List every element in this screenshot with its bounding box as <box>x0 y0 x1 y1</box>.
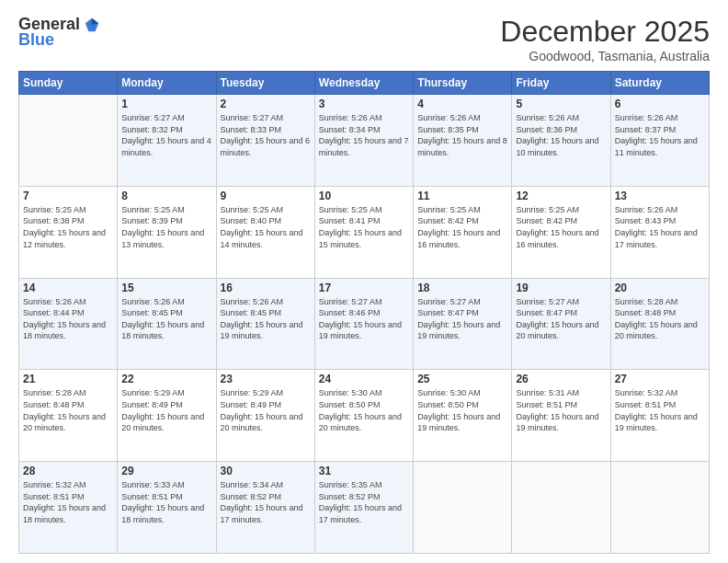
day-number: 23 <box>221 373 311 385</box>
calendar-cell: 4Sunrise: 5:26 AMSunset: 8:35 PMDaylight… <box>414 95 512 187</box>
calendar-week-row: 1Sunrise: 5:27 AMSunset: 8:32 PMDaylight… <box>19 95 710 187</box>
day-info: Sunrise: 5:28 AMSunset: 8:48 PMDaylight:… <box>615 296 705 342</box>
calendar-cell: 15Sunrise: 5:26 AMSunset: 8:45 PMDayligh… <box>118 278 216 370</box>
weekday-header-saturday: Saturday <box>610 72 709 95</box>
day-number: 16 <box>221 282 311 294</box>
day-info: Sunrise: 5:32 AMSunset: 8:51 PMDaylight:… <box>23 479 113 525</box>
calendar-cell: 7Sunrise: 5:25 AMSunset: 8:38 PMDaylight… <box>19 186 118 278</box>
weekday-header-tuesday: Tuesday <box>216 72 314 95</box>
day-number: 24 <box>319 373 409 385</box>
day-info: Sunrise: 5:31 AMSunset: 8:51 PMDaylight:… <box>516 387 606 433</box>
page: General Blue December 2025 Goodwood, Tas… <box>0 0 728 563</box>
day-number: 2 <box>221 98 311 110</box>
day-info: Sunrise: 5:25 AMSunset: 8:42 PMDaylight:… <box>516 204 606 250</box>
calendar-cell: 10Sunrise: 5:25 AMSunset: 8:41 PMDayligh… <box>314 186 413 278</box>
weekday-header-sunday: Sunday <box>19 72 118 95</box>
day-info: Sunrise: 5:26 AMSunset: 8:35 PMDaylight:… <box>417 112 507 158</box>
logo: General Blue <box>18 15 100 50</box>
day-info: Sunrise: 5:34 AMSunset: 8:52 PMDaylight:… <box>221 479 311 525</box>
day-number: 17 <box>319 282 409 294</box>
calendar-cell: 25Sunrise: 5:30 AMSunset: 8:50 PMDayligh… <box>414 370 512 462</box>
day-number: 11 <box>417 190 507 202</box>
calendar-cell: 20Sunrise: 5:28 AMSunset: 8:48 PMDayligh… <box>610 278 709 370</box>
calendar-cell: 13Sunrise: 5:26 AMSunset: 8:43 PMDayligh… <box>610 186 709 278</box>
calendar-cell <box>512 462 610 554</box>
day-info: Sunrise: 5:25 AMSunset: 8:42 PMDaylight:… <box>417 204 507 250</box>
day-number: 30 <box>221 465 311 477</box>
day-number: 28 <box>23 465 113 477</box>
calendar-cell: 14Sunrise: 5:26 AMSunset: 8:44 PMDayligh… <box>19 278 118 370</box>
day-number: 26 <box>516 373 606 385</box>
calendar-cell: 6Sunrise: 5:26 AMSunset: 8:37 PMDaylight… <box>610 95 709 187</box>
calendar-cell: 26Sunrise: 5:31 AMSunset: 8:51 PMDayligh… <box>512 370 610 462</box>
day-info: Sunrise: 5:27 AMSunset: 8:47 PMDaylight:… <box>516 296 606 342</box>
calendar-cell: 12Sunrise: 5:25 AMSunset: 8:42 PMDayligh… <box>512 186 610 278</box>
day-info: Sunrise: 5:25 AMSunset: 8:39 PMDaylight:… <box>121 204 211 250</box>
logo-blue-text: Blue <box>18 30 54 50</box>
day-info: Sunrise: 5:32 AMSunset: 8:51 PMDaylight:… <box>615 387 705 433</box>
calendar-cell: 2Sunrise: 5:27 AMSunset: 8:33 PMDaylight… <box>216 95 314 187</box>
calendar-cell: 8Sunrise: 5:25 AMSunset: 8:39 PMDaylight… <box>118 186 216 278</box>
calendar-cell <box>19 95 118 187</box>
day-number: 10 <box>319 190 409 202</box>
calendar-cell: 21Sunrise: 5:28 AMSunset: 8:48 PMDayligh… <box>19 370 118 462</box>
day-info: Sunrise: 5:27 AMSunset: 8:32 PMDaylight:… <box>121 112 211 158</box>
weekday-header-thursday: Thursday <box>414 72 512 95</box>
calendar-cell: 9Sunrise: 5:25 AMSunset: 8:40 PMDaylight… <box>216 186 314 278</box>
day-number: 14 <box>23 282 113 294</box>
calendar-cell: 28Sunrise: 5:32 AMSunset: 8:51 PMDayligh… <box>19 462 118 554</box>
location-subtitle: Goodwood, Tasmania, Australia <box>500 49 710 63</box>
day-info: Sunrise: 5:27 AMSunset: 8:33 PMDaylight:… <box>221 112 311 158</box>
day-info: Sunrise: 5:35 AMSunset: 8:52 PMDaylight:… <box>319 479 409 525</box>
logo-flag-icon <box>84 17 100 33</box>
day-number: 4 <box>417 98 507 110</box>
day-number: 12 <box>516 190 606 202</box>
calendar-cell: 3Sunrise: 5:26 AMSunset: 8:34 PMDaylight… <box>314 95 413 187</box>
day-info: Sunrise: 5:26 AMSunset: 8:45 PMDaylight:… <box>221 296 311 342</box>
calendar-cell <box>414 462 512 554</box>
day-info: Sunrise: 5:30 AMSunset: 8:50 PMDaylight:… <box>417 387 507 433</box>
day-number: 1 <box>121 98 211 110</box>
calendar-cell: 24Sunrise: 5:30 AMSunset: 8:50 PMDayligh… <box>314 370 413 462</box>
day-info: Sunrise: 5:26 AMSunset: 8:36 PMDaylight:… <box>516 112 606 158</box>
weekday-header-monday: Monday <box>118 72 216 95</box>
day-number: 29 <box>121 465 211 477</box>
calendar-cell: 18Sunrise: 5:27 AMSunset: 8:47 PMDayligh… <box>414 278 512 370</box>
day-number: 27 <box>615 373 705 385</box>
day-number: 9 <box>221 190 311 202</box>
day-info: Sunrise: 5:25 AMSunset: 8:38 PMDaylight:… <box>23 204 113 250</box>
calendar-cell: 17Sunrise: 5:27 AMSunset: 8:46 PMDayligh… <box>314 278 413 370</box>
day-info: Sunrise: 5:27 AMSunset: 8:47 PMDaylight:… <box>417 296 507 342</box>
day-number: 7 <box>23 190 113 202</box>
header: General Blue December 2025 Goodwood, Tas… <box>18 15 710 63</box>
calendar-cell: 22Sunrise: 5:29 AMSunset: 8:49 PMDayligh… <box>118 370 216 462</box>
day-info: Sunrise: 5:25 AMSunset: 8:41 PMDaylight:… <box>319 204 409 250</box>
calendar-cell: 29Sunrise: 5:33 AMSunset: 8:51 PMDayligh… <box>118 462 216 554</box>
calendar-cell: 30Sunrise: 5:34 AMSunset: 8:52 PMDayligh… <box>216 462 314 554</box>
calendar-week-row: 14Sunrise: 5:26 AMSunset: 8:44 PMDayligh… <box>19 278 710 370</box>
day-number: 8 <box>121 190 211 202</box>
month-title: December 2025 <box>500 15 710 49</box>
calendar-week-row: 7Sunrise: 5:25 AMSunset: 8:38 PMDaylight… <box>19 186 710 278</box>
calendar-cell <box>610 462 709 554</box>
calendar-week-row: 21Sunrise: 5:28 AMSunset: 8:48 PMDayligh… <box>19 370 710 462</box>
day-number: 22 <box>121 373 211 385</box>
title-section: December 2025 Goodwood, Tasmania, Austra… <box>500 15 710 63</box>
calendar-cell: 31Sunrise: 5:35 AMSunset: 8:52 PMDayligh… <box>314 462 413 554</box>
calendar-cell: 23Sunrise: 5:29 AMSunset: 8:49 PMDayligh… <box>216 370 314 462</box>
day-number: 31 <box>319 465 409 477</box>
day-info: Sunrise: 5:33 AMSunset: 8:51 PMDaylight:… <box>121 479 211 525</box>
weekday-header-wednesday: Wednesday <box>314 72 413 95</box>
day-info: Sunrise: 5:29 AMSunset: 8:49 PMDaylight:… <box>221 387 311 433</box>
day-info: Sunrise: 5:26 AMSunset: 8:45 PMDaylight:… <box>121 296 211 342</box>
day-info: Sunrise: 5:29 AMSunset: 8:49 PMDaylight:… <box>121 387 211 433</box>
calendar-cell: 11Sunrise: 5:25 AMSunset: 8:42 PMDayligh… <box>414 186 512 278</box>
calendar-cell: 19Sunrise: 5:27 AMSunset: 8:47 PMDayligh… <box>512 278 610 370</box>
day-number: 21 <box>23 373 113 385</box>
calendar-cell: 16Sunrise: 5:26 AMSunset: 8:45 PMDayligh… <box>216 278 314 370</box>
day-number: 18 <box>417 282 507 294</box>
day-info: Sunrise: 5:26 AMSunset: 8:44 PMDaylight:… <box>23 296 113 342</box>
calendar-table: SundayMondayTuesdayWednesdayThursdayFrid… <box>18 71 710 554</box>
day-number: 19 <box>516 282 606 294</box>
day-number: 20 <box>615 282 705 294</box>
